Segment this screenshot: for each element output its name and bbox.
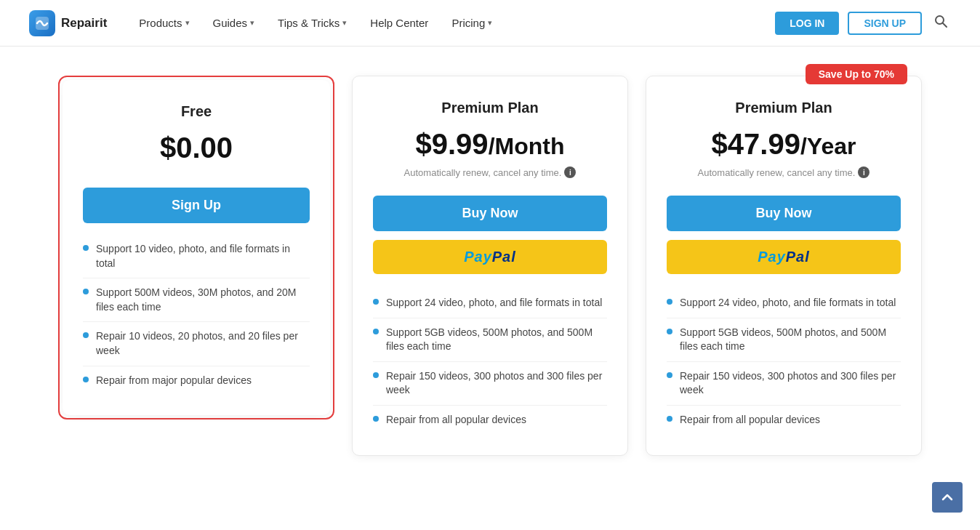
list-item: Support 5GB videos, 500M photos, and 500…	[667, 318, 901, 362]
premium-monthly-title: Premium Plan	[373, 100, 607, 116]
bullet-icon	[373, 299, 379, 305]
list-item: Repair from all popular devices	[667, 406, 901, 435]
logo[interactable]: Repairit	[29, 10, 107, 36]
bullet-icon	[373, 372, 379, 378]
header: Repairit Products ▾ Guides ▾ Tips & Tric…	[0, 0, 980, 47]
bullet-icon	[83, 332, 89, 338]
list-item: Repair 10 videos, 20 photos, and 20 file…	[83, 322, 310, 366]
list-item: Support 24 video, photo, and file format…	[373, 289, 607, 318]
list-item: Repair 150 videos, 300 photos and 300 fi…	[667, 362, 901, 406]
premium-monthly-paypal-button[interactable]: PayPal	[373, 240, 607, 274]
free-plan-wrapper: Free $0.00 Sign Up Support 10 video, pho…	[58, 76, 334, 419]
logo-text: Repairit	[61, 16, 107, 31]
premium-yearly-features: Support 24 video, photo, and file format…	[667, 289, 901, 435]
nav-tips-tricks[interactable]: Tips & Tricks ▾	[269, 11, 356, 35]
premium-yearly-paypal-button[interactable]: PayPal	[667, 240, 901, 274]
bullet-icon	[83, 289, 89, 294]
premium-yearly-title: Premium Plan	[667, 100, 901, 116]
signup-button[interactable]: SIGN UP	[848, 12, 922, 35]
premium-yearly-wrapper: Save Up to 70% Premium Plan $47.99/Year …	[646, 76, 922, 456]
list-item: Support 500M videos, 30M photos, and 20M…	[83, 278, 310, 322]
chevron-down-icon: ▾	[185, 18, 190, 28]
chevron-down-icon: ▾	[342, 18, 347, 28]
bullet-icon	[83, 245, 89, 251]
list-item: Support 5GB videos, 500M photos, and 500…	[373, 318, 607, 362]
nav-products[interactable]: Products ▾	[130, 11, 198, 35]
premium-yearly-price: $47.99/Year	[667, 128, 901, 161]
free-features-list: Support 10 video, photo, and file format…	[83, 235, 310, 395]
premium-monthly-card: Premium Plan $9.99/Month Automatically r…	[352, 76, 628, 456]
pricing-section: Free $0.00 Sign Up Support 10 video, pho…	[0, 47, 980, 485]
premium-yearly-buy-button[interactable]: Buy Now	[667, 196, 901, 231]
nav-help-center[interactable]: Help Center	[361, 11, 437, 35]
save-badge: Save Up to 70%	[806, 64, 907, 84]
free-plan-title: Free	[83, 103, 310, 120]
main-nav: Products ▾ Guides ▾ Tips & Tricks ▾ Help…	[130, 11, 775, 35]
bullet-icon	[667, 416, 672, 422]
free-signup-button[interactable]: Sign Up	[83, 188, 310, 223]
back-to-top-button[interactable]	[932, 482, 963, 485]
bullet-icon	[667, 329, 672, 334]
premium-monthly-price: $9.99/Month	[373, 128, 607, 161]
svg-line-2	[943, 23, 947, 27]
info-icon[interactable]: i	[858, 166, 869, 178]
list-item: Support 24 video, photo, and file format…	[667, 289, 901, 318]
list-item: Support 10 video, photo, and file format…	[83, 235, 310, 278]
chevron-down-icon: ▾	[250, 18, 254, 28]
premium-monthly-features: Support 24 video, photo, and file format…	[373, 289, 607, 435]
bullet-icon	[667, 372, 672, 378]
chevron-down-icon: ▾	[488, 18, 492, 28]
free-plan-price: $0.00	[83, 132, 310, 164]
header-actions: LOG IN SIGN UP	[775, 11, 951, 35]
bullet-icon	[373, 329, 379, 334]
premium-yearly-card: Premium Plan $47.99/Year Automatically r…	[646, 76, 922, 456]
auto-renew-yearly: Automatically renew, cancel any time. i	[667, 166, 901, 178]
premium-monthly-wrapper: Premium Plan $9.99/Month Automatically r…	[352, 76, 628, 456]
info-icon[interactable]: i	[564, 166, 576, 178]
list-item: Repair from all popular devices	[373, 406, 607, 435]
bullet-icon	[373, 416, 379, 422]
auto-renew-monthly: Automatically renew, cancel any time. i	[373, 166, 607, 178]
list-item: Repair from major popular devices	[83, 366, 310, 396]
login-button[interactable]: LOG IN	[775, 12, 839, 35]
bullet-icon	[83, 377, 89, 382]
logo-icon	[29, 10, 55, 36]
search-icon	[933, 14, 948, 28]
search-button[interactable]	[931, 11, 951, 35]
nav-pricing[interactable]: Pricing ▾	[443, 11, 501, 35]
free-plan-card: Free $0.00 Sign Up Support 10 video, pho…	[63, 80, 330, 415]
paypal-label: PayPal	[464, 249, 516, 265]
paypal-label: PayPal	[758, 249, 810, 265]
premium-monthly-buy-button[interactable]: Buy Now	[373, 196, 607, 231]
bullet-icon	[667, 299, 672, 305]
nav-guides[interactable]: Guides ▾	[204, 11, 264, 35]
list-item: Repair 150 videos, 300 photos and 300 fi…	[373, 362, 607, 406]
